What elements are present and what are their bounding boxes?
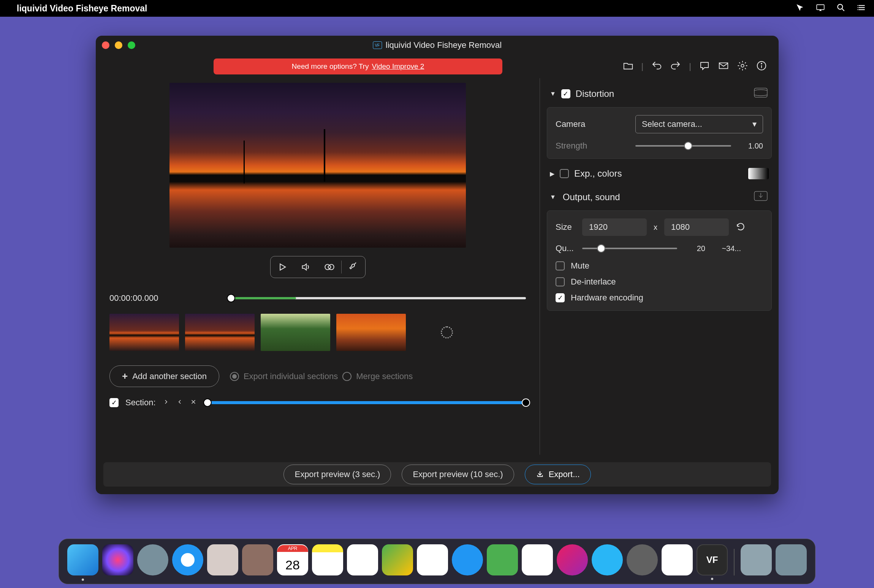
height-input[interactable]: 1080 <box>664 218 729 236</box>
dock-downloads-icon[interactable] <box>741 544 772 575</box>
menu-list-icon[interactable] <box>857 3 866 14</box>
timeline-slider[interactable] <box>231 297 526 299</box>
export-button[interactable]: Export... <box>525 465 591 484</box>
output-title: Output, sound <box>563 192 620 202</box>
window-maximize-button[interactable] <box>128 41 135 49</box>
window-minimize-button[interactable] <box>115 41 122 49</box>
menubar-app-name[interactable]: liquivid Video Fisheye Removal <box>17 3 147 14</box>
camera-label: Camera <box>556 119 635 129</box>
section-start-handle[interactable] <box>203 398 212 407</box>
export-preview-10-button[interactable]: Export preview (10 sec.) <box>402 465 514 484</box>
dock-maps-icon[interactable] <box>382 544 413 575</box>
dock-contacts-icon[interactable] <box>242 544 273 575</box>
dock-trash-icon[interactable] <box>776 544 807 575</box>
quality-slider-handle[interactable] <box>597 244 605 253</box>
distortion-panel-header[interactable]: ▼ ✓ Distortion <box>547 83 772 105</box>
chevron-down-icon: ▾ <box>752 119 757 129</box>
strength-slider[interactable] <box>635 145 731 147</box>
airplay-icon[interactable] <box>815 3 825 14</box>
play-button[interactable] <box>271 256 294 278</box>
dock-facetime-icon[interactable] <box>487 544 518 575</box>
quality-bitrate: ~34... <box>714 244 741 253</box>
width-input[interactable]: 1920 <box>582 218 647 236</box>
exposure-enable-checkbox[interactable] <box>560 169 569 178</box>
video-preview[interactable] <box>169 83 466 248</box>
settings-gear-icon[interactable] <box>737 60 748 73</box>
add-section-button[interactable]: + Add another section <box>109 365 219 387</box>
dock-safari-icon[interactable] <box>172 544 203 575</box>
volume-button[interactable] <box>294 256 318 278</box>
open-folder-icon[interactable] <box>622 60 634 73</box>
dock-appstore-icon[interactable] <box>592 544 623 575</box>
undo-icon[interactable] <box>651 60 662 73</box>
exposure-panel-header[interactable]: ▶ Exp., colors <box>547 164 772 183</box>
dock-siri-icon[interactable] <box>102 544 133 575</box>
timeline-handle[interactable] <box>227 294 235 302</box>
thumbnail[interactable] <box>336 314 406 351</box>
section-end-handle[interactable] <box>522 398 530 407</box>
exposure-title: Exp., colors <box>574 168 622 179</box>
dock-music-icon[interactable] <box>557 544 588 575</box>
svg-point-8 <box>857 9 858 10</box>
merge-sections-radio[interactable] <box>342 372 352 381</box>
size-label: Size <box>556 222 582 232</box>
thumbnail[interactable] <box>109 314 179 351</box>
tools-button[interactable] <box>342 256 365 278</box>
exposure-panel-icon <box>748 168 769 179</box>
dock-photos-icon[interactable] <box>417 544 448 575</box>
dock-finder-icon[interactable] <box>67 544 98 575</box>
section-range-slider[interactable] <box>207 401 526 404</box>
dock-reminders-icon[interactable] <box>347 544 378 575</box>
thumbnail[interactable] <box>261 314 330 351</box>
thumbnail[interactable] <box>185 314 255 351</box>
export-preview-3-button[interactable]: Export preview (3 sec.) <box>283 465 391 484</box>
dock-notes-icon[interactable] <box>312 544 343 575</box>
strength-slider-handle[interactable] <box>684 142 692 150</box>
dock-launchpad-icon[interactable] <box>137 544 168 575</box>
window-close-button[interactable] <box>102 41 109 49</box>
svg-point-7 <box>857 7 858 8</box>
redo-icon[interactable] <box>670 60 681 73</box>
toolbar-separator: | <box>641 62 644 71</box>
spotlight-icon[interactable] <box>836 3 846 14</box>
promo-link[interactable]: Video Improve 2 <box>372 62 424 71</box>
section-enable-checkbox[interactable]: ✓ <box>109 398 119 407</box>
settings-pane: ▼ ✓ Distortion Camera Select camera... ▾… <box>540 78 779 455</box>
add-section-label: Add another section <box>132 371 207 381</box>
thumbnail-strip <box>109 314 526 351</box>
section-remove-icon[interactable] <box>190 398 197 407</box>
mute-checkbox[interactable] <box>556 261 565 270</box>
camera-select[interactable]: Select camera... ▾ <box>635 115 763 133</box>
reset-size-icon[interactable] <box>736 221 746 233</box>
dock-app-icon[interactable]: VF <box>697 544 728 575</box>
dock-mail-icon[interactable] <box>207 544 238 575</box>
deinterlace-checkbox[interactable] <box>556 277 565 286</box>
mail-icon[interactable] <box>718 60 729 73</box>
dock-settings-icon[interactable] <box>627 544 658 575</box>
section-next-icon[interactable] <box>163 398 169 407</box>
section-prev-icon[interactable] <box>176 398 183 407</box>
dock-textedit-icon[interactable] <box>662 544 693 575</box>
export-individual-radio[interactable] <box>230 372 239 381</box>
feedback-icon[interactable] <box>699 60 710 73</box>
output-panel-header[interactable]: ▼ Output, sound <box>547 186 772 208</box>
section-label: Section: <box>125 398 156 408</box>
deinterlace-label: De-interlace <box>571 277 616 287</box>
compare-view-button[interactable] <box>318 256 341 278</box>
dock-calendar-icon[interactable]: 28 <box>277 544 308 575</box>
disclosure-down-icon: ▼ <box>550 194 556 201</box>
macos-menubar: liquivid Video Fisheye Removal <box>0 0 874 17</box>
hw-encode-checkbox[interactable]: ✓ <box>556 293 565 302</box>
distortion-enable-checkbox[interactable]: ✓ <box>561 89 570 98</box>
promo-banner[interactable]: Need more options? Try Video Improve 2 <box>214 58 502 74</box>
quality-slider[interactable] <box>582 248 677 249</box>
plus-icon: + <box>122 370 128 382</box>
cursor-icon[interactable] <box>795 3 805 14</box>
dock-messages-icon[interactable] <box>452 544 483 575</box>
preview-controls-group <box>270 256 366 278</box>
dock-news-icon[interactable] <box>522 544 553 575</box>
info-icon[interactable] <box>756 60 767 73</box>
quality-label: Qu... <box>556 243 582 253</box>
size-x-label: x <box>654 223 657 232</box>
window-title: liquivid Video Fisheye Removal <box>386 40 502 50</box>
